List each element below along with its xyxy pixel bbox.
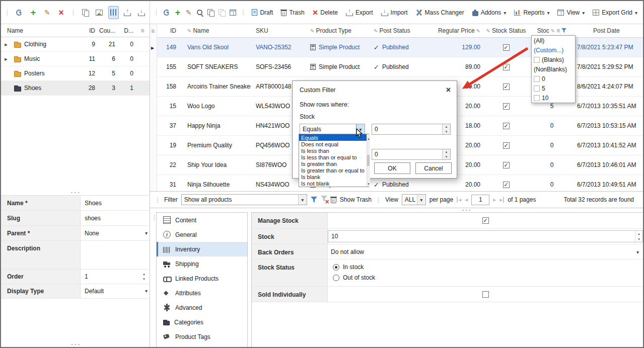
parent-select[interactable]: None <box>85 230 143 237</box>
cancel-button[interactable]: Cancel <box>415 162 452 174</box>
category-row[interactable]: Clothing 9 21 0 <box>1 37 150 52</box>
column-menu-icon[interactable] <box>556 28 560 34</box>
tab-product-tags[interactable]: Product Tags <box>157 329 247 344</box>
refresh-categories-button[interactable] <box>14 6 25 19</box>
operator-option[interactable]: Is less than or equal to <box>299 154 367 160</box>
last-page-button[interactable] <box>499 197 504 203</box>
horizontal-splitter[interactable] <box>1 190 150 195</box>
tab-attributes[interactable]: Attributes <box>157 286 247 300</box>
stock-status-checkbox[interactable] <box>503 44 510 51</box>
toolbar-drag-grip[interactable] <box>153 9 160 16</box>
import-button[interactable]: Import <box>379 7 410 18</box>
dropdown-scrollbar[interactable] <box>367 134 370 187</box>
stock-status-checkbox[interactable] <box>503 182 510 188</box>
toolbar-drag-grip[interactable] <box>375 197 382 203</box>
column-header-name[interactable]: Name <box>181 27 251 34</box>
operator-option[interactable]: Does not equal <box>299 141 367 147</box>
category-row[interactable]: Posters 12 5 0 <box>1 66 150 81</box>
filter-option-0[interactable]: 0 <box>532 74 575 83</box>
order-spin-buttons[interactable] <box>140 272 148 282</box>
operator-option-selected[interactable]: Equals <box>299 134 367 141</box>
column-header-id[interactable]: ID <box>157 27 181 34</box>
toolbar-drag-grip[interactable] <box>154 197 161 203</box>
splitter-handle-icon[interactable] <box>71 341 80 347</box>
refresh-products-button[interactable] <box>163 6 171 19</box>
clear-filter-icon[interactable] <box>321 196 327 204</box>
view-button[interactable]: View <box>555 7 587 18</box>
import-categories-button[interactable] <box>136 6 147 19</box>
grid-corner-menu-icon[interactable] <box>151 28 155 34</box>
toolbar-drag-grip[interactable] <box>70 9 77 16</box>
delete-button[interactable]: Delete <box>310 6 340 19</box>
tab-content[interactable]: Content <box>157 213 247 227</box>
addons-button[interactable]: Addons <box>470 7 509 18</box>
tab-advanced[interactable]: Advanced <box>157 300 247 315</box>
operator-select[interactable]: Equals <box>300 124 365 135</box>
export-categories-button[interactable] <box>122 6 133 19</box>
next-page-button[interactable] <box>493 197 496 203</box>
column-header-regular-price[interactable]: Regular Price <box>419 27 483 34</box>
toolbar-drag-grip[interactable] <box>4 9 11 16</box>
column-header-sku[interactable]: SKU <box>251 27 307 34</box>
order-stepper[interactable]: 1 <box>85 272 138 280</box>
filter-option-10[interactable]: 10 <box>532 93 575 103</box>
toggle-columns-button[interactable] <box>108 6 119 19</box>
column-header-count[interactable]: Cou... <box>97 27 117 34</box>
column-header-name[interactable]: Name <box>1 27 79 34</box>
column-header-product-type[interactable]: Product Type <box>307 27 370 34</box>
operator-option[interactable]: Is less than <box>299 147 367 154</box>
stock-status-checkbox[interactable] <box>503 83 510 90</box>
reports-button[interactable]: Reports <box>512 7 552 18</box>
manage-stock-checkbox[interactable] <box>482 217 489 224</box>
display-type-select[interactable]: Default <box>85 288 143 295</box>
filter-option-custom[interactable]: (Custom...) <box>532 45 575 55</box>
filter-select[interactable]: Show all products <box>181 194 307 205</box>
operator-option[interactable]: Is greater than <box>299 160 367 167</box>
filter-option-5[interactable]: 5 <box>532 83 575 93</box>
stock-stepper[interactable]: 10 <box>328 230 643 242</box>
expand-icon[interactable] <box>5 41 8 47</box>
stock-status-checkbox[interactable] <box>503 162 510 168</box>
operator-option[interactable]: Is greater than or equal to <box>299 167 367 173</box>
add-product-button[interactable] <box>174 6 182 19</box>
duplicate-category-button[interactable] <box>80 6 91 19</box>
column-header-stock[interactable]: Stoc <box>529 27 575 34</box>
filter-funnel-icon[interactable] <box>561 28 566 33</box>
category-row-selected[interactable]: Shoes 28 3 1 <box>1 81 150 96</box>
operator-option[interactable]: Is blank <box>299 173 367 180</box>
slug-field[interactable]: shoes <box>85 215 148 222</box>
search-products-button[interactable] <box>196 6 204 19</box>
export-button[interactable]: Export <box>343 7 376 18</box>
ok-button[interactable]: OK <box>374 162 410 174</box>
stock-status-checkbox[interactable] <box>503 123 510 129</box>
sold-individually-checkbox[interactable] <box>482 291 489 298</box>
stock-status-checkbox[interactable] <box>503 64 510 70</box>
add-category-button[interactable] <box>28 6 39 19</box>
filter-option-nonblanks[interactable]: (NonBlanks) <box>532 64 575 74</box>
edit-product-button[interactable] <box>185 6 193 19</box>
tab-shipping[interactable]: Shipping <box>157 256 247 271</box>
category-image-button[interactable] <box>94 6 105 19</box>
delete-category-button[interactable] <box>56 6 66 19</box>
export-grid-button[interactable]: Export Grid <box>590 7 640 18</box>
tab-general[interactable]: General <box>157 227 247 242</box>
column-header-stock-status[interactable]: Stock Status <box>483 27 529 34</box>
per-page-select[interactable]: ALL <box>402 194 426 205</box>
back-orders-select[interactable]: Do not allow <box>328 244 643 259</box>
stock-status-checkbox[interactable] <box>503 142 510 149</box>
stock-spin-buttons[interactable] <box>635 231 642 242</box>
filter-value-2-stepper[interactable]: 0 <box>372 149 451 160</box>
apply-filter-icon[interactable] <box>311 197 317 203</box>
first-page-button[interactable] <box>457 197 461 203</box>
column-menu-icon[interactable] <box>135 28 150 34</box>
mass-changer-button[interactable]: Mass Changer <box>413 7 467 18</box>
edit-category-button[interactable] <box>42 6 53 19</box>
chevron-down-icon[interactable] <box>145 288 148 294</box>
out-of-stock-radio[interactable]: Out of stock <box>333 274 375 281</box>
column-header-post-status[interactable]: Post Status <box>370 27 419 34</box>
tab-inventory-selected[interactable]: Inventory <box>157 242 247 256</box>
column-header-post-date[interactable]: Post Date <box>575 27 643 34</box>
paste-product-button[interactable] <box>218 6 226 19</box>
trash-button[interactable]: Trash <box>278 7 307 18</box>
filter-option-all[interactable]: (All) <box>532 36 575 45</box>
